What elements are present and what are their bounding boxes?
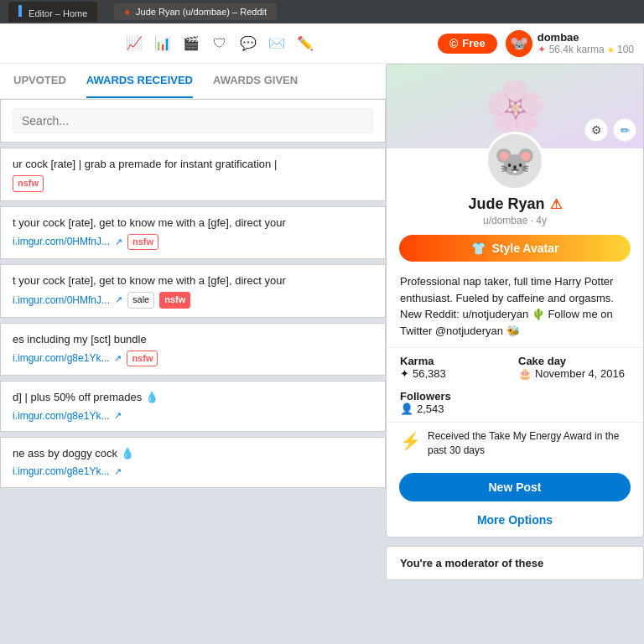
mail-icon[interactable]: ✉️: [268, 35, 285, 52]
browser-tab-editor[interactable]: Editor – Home: [8, 2, 97, 22]
style-avatar-button[interactable]: 👕 Style Avatar: [399, 235, 630, 262]
post-title: d] | plus 50% off premades 💧: [13, 390, 373, 405]
award-icon: ⚡: [400, 429, 421, 453]
cake-icon: 🎂: [518, 367, 532, 380]
post-item: t your cock [rate], get to know me with …: [0, 264, 386, 318]
profile-bio: Professional nap taker, full time Harry …: [387, 270, 643, 347]
video-icon[interactable]: 🎬: [183, 35, 200, 52]
main-layout: UPVOTED AWARDS RECEIVED AWARDS GIVEN ur …: [0, 64, 644, 644]
post-meta: i.imgur.com/0HMfnJ... ↗ sale nsfw: [13, 292, 373, 308]
post-meta: i.imgur.com/g8e1Yk... ↗: [13, 465, 373, 479]
post-item: ne ass by doggy cock 💧 i.imgur.com/g8e1Y…: [0, 437, 386, 488]
post-title: t your cock [rate], get to know me with …: [13, 216, 373, 231]
post-item: t your cock [rate], get to know me with …: [0, 206, 386, 260]
external-link-icon[interactable]: ↗: [114, 465, 122, 478]
profile-avatar-section: 🐭 Jude Ryan ⚠ u/dombae · 4y: [387, 123, 643, 226]
avatar[interactable]: 🐭: [506, 30, 532, 57]
nsfw-badge: nsfw: [127, 351, 158, 366]
sale-badge: sale: [127, 292, 154, 308]
profile-name-line: Jude Ryan ⚠: [468, 195, 561, 213]
shield-icon[interactable]: 🛡: [211, 35, 228, 52]
post-title: t your cock [rate], get to know me with …: [13, 273, 373, 288]
profile-avatar: 🐭: [486, 132, 544, 190]
post-title: ur cock [rate] | grab a premade for inst…: [13, 157, 373, 172]
karma-star-icon: ✦: [538, 44, 546, 55]
user-info: 🐭 dombae ✦ 56.4k karma ● 100: [506, 30, 634, 57]
profile-stats: Karma ✦ 56,383 Cake day 🎂 November 4, 20…: [387, 347, 643, 387]
username-label: dombae: [538, 31, 634, 44]
moderator-label: You're a moderator of these: [400, 557, 543, 569]
karma-icon: ✦: [400, 367, 409, 380]
browser-bar: Editor – Home ● Jude Ryan (u/dombae) – R…: [0, 0, 644, 23]
award-text: Received the Take My Energy Award in the…: [428, 429, 630, 458]
nsfw-badge-filled: nsfw: [159, 292, 190, 308]
post-link[interactable]: i.imgur.com/g8e1Yk...: [13, 409, 109, 423]
cake-day-value: 🎂 November 4, 2016: [518, 367, 630, 380]
post-meta: nsfw: [13, 175, 373, 191]
post-title: es including my [sct] bundle: [13, 332, 373, 347]
more-options-button[interactable]: More Options: [387, 510, 643, 537]
post-item: d] | plus 50% off premades 💧 i.imgur.com…: [0, 381, 386, 432]
left-column: UPVOTED AWARDS RECEIVED AWARDS GIVEN ur …: [0, 64, 386, 644]
post-meta: i.imgur.com/0HMfnJ... ↗ nsfw: [13, 234, 373, 250]
tab-awards-received[interactable]: AWARDS RECEIVED: [86, 64, 193, 98]
chart-icon[interactable]: 📊: [154, 35, 171, 52]
moderator-card: You're a moderator of these: [386, 546, 644, 580]
followers-value: 👤 2,543: [400, 402, 630, 415]
chat-icon[interactable]: 💬: [240, 35, 257, 52]
new-post-button[interactable]: New Post: [399, 473, 630, 501]
edit-icon[interactable]: ✏️: [297, 35, 314, 52]
post-link[interactable]: i.imgur.com/g8e1Yk...: [13, 351, 109, 366]
tab-awards-given[interactable]: AWARDS GIVEN: [213, 64, 298, 98]
reddit-header: 📈 📊 🎬 🛡 💬 ✉️ ✏️ © Free 🐭 dombae ✦ 56.4k …: [0, 23, 644, 64]
award-row: ⚡ Received the Take My Energy Award in t…: [387, 422, 643, 465]
browser-tab-reddit[interactable]: ● Jude Ryan (u/dombae) – Reddit: [114, 3, 277, 20]
followers-section: Followers 👤 2,543: [387, 387, 643, 422]
external-link-icon[interactable]: ↗: [115, 293, 122, 306]
nsfw-badge: nsfw: [127, 234, 158, 250]
post-item: es including my [sct] bundle i.imgur.com…: [0, 323, 386, 377]
tabs-bar: UPVOTED AWARDS RECEIVED AWARDS GIVEN: [0, 64, 386, 99]
post-title: ne ass by doggy cock 💧: [13, 446, 373, 461]
nsfw-badge: nsfw: [13, 175, 44, 191]
free-button[interactable]: © Free: [438, 34, 497, 54]
karma-stat-label: Karma ✦ 56,383: [400, 355, 512, 380]
karma-stat-value: ✦ 56,383: [400, 367, 512, 380]
profile-handle: u/dombae · 4y: [483, 215, 547, 226]
right-column: 🌸 ⚙ ✏ 🐭 Jude Ryan ⚠ u/dombae · 4y 👕 Styl…: [386, 64, 644, 644]
profile-card: 🌸 ⚙ ✏ 🐭 Jude Ryan ⚠ u/dombae · 4y 👕 Styl…: [386, 64, 644, 538]
header-icons: 📈 📊 🎬 🛡 💬 ✉️ ✏️: [10, 35, 429, 52]
external-link-icon[interactable]: ↗: [114, 352, 122, 365]
search-box: [0, 99, 386, 143]
search-input[interactable]: [13, 108, 373, 133]
user-details: dombae ✦ 56.4k karma ● 100: [538, 31, 634, 55]
post-link[interactable]: i.imgur.com/g8e1Yk...: [13, 465, 109, 479]
cake-day-stat: Cake day 🎂 November 4, 2016: [518, 355, 630, 380]
post-meta: i.imgur.com/g8e1Yk... ↗: [13, 409, 373, 423]
post-meta: i.imgur.com/g8e1Yk... ↗ nsfw: [13, 351, 373, 366]
coin-icon: ©: [449, 37, 458, 50]
trending-icon[interactable]: 📈: [126, 35, 143, 52]
coins-value: 100: [617, 44, 634, 55]
post-link[interactable]: i.imgur.com/0HMfnJ...: [13, 293, 110, 308]
external-link-icon[interactable]: ↗: [115, 236, 122, 248]
karma-line: ✦ 56.4k karma ● 100: [538, 44, 634, 55]
person-icon: 👤: [400, 402, 413, 415]
tab-upvoted[interactable]: UPVOTED: [13, 64, 66, 98]
post-link[interactable]: i.imgur.com/0HMfnJ...: [13, 235, 110, 249]
karma-coin-icon: ●: [608, 44, 614, 55]
tshirt-icon: 👕: [471, 242, 486, 255]
post-item: ur cock [rate] | grab a premade for inst…: [0, 148, 386, 201]
admin-icon: ⚠: [550, 196, 562, 212]
profile-name: Jude Ryan: [468, 195, 544, 213]
external-link-icon[interactable]: ↗: [114, 409, 122, 422]
karma-value: 56.4k karma: [549, 44, 605, 55]
